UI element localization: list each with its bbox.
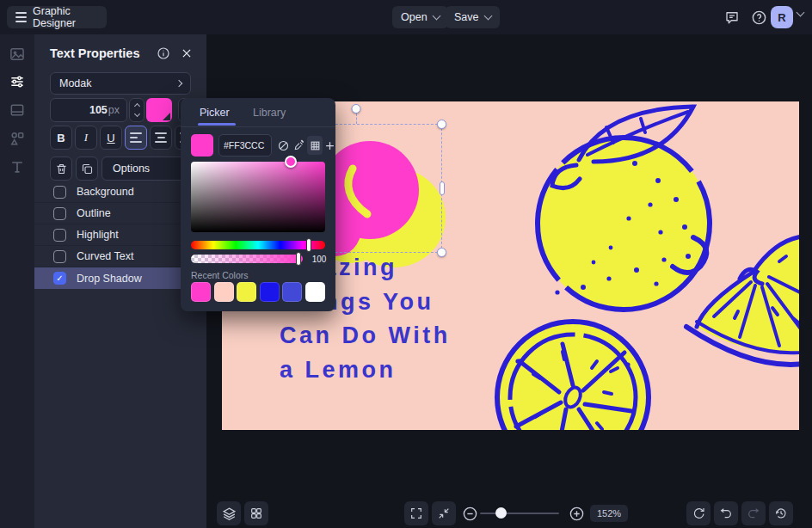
zoom-out-button[interactable] (458, 501, 482, 525)
tab-library[interactable]: Library (253, 107, 286, 119)
pages-grid-button[interactable] (244, 501, 268, 525)
align-center-icon (155, 132, 167, 143)
plus-icon (323, 139, 336, 152)
palette-grid-icon (310, 140, 321, 151)
sidebar-item-media[interactable] (8, 45, 27, 64)
grid-icon (249, 507, 263, 520)
sidebar-item-adjustments[interactable] (8, 72, 27, 91)
zoom-out-icon (462, 506, 478, 522)
eyedropper-button[interactable] (292, 136, 307, 155)
info-button[interactable] (156, 46, 171, 61)
font-size-input[interactable]: 105px (50, 98, 127, 122)
open-button[interactable]: Open (392, 6, 448, 28)
fit-view-button[interactable] (432, 501, 456, 525)
refresh-button[interactable] (686, 501, 710, 525)
undo-icon (719, 507, 733, 520)
history-button[interactable] (769, 501, 793, 525)
add-color-button[interactable] (322, 136, 337, 155)
frames-icon (9, 101, 26, 119)
help-icon (751, 9, 767, 26)
comment-button[interactable] (723, 8, 741, 27)
underline-button[interactable]: U (100, 126, 122, 150)
hue-handle[interactable] (306, 238, 311, 252)
recent-color-swatch[interactable] (282, 282, 302, 302)
undo-button[interactable] (714, 501, 738, 525)
duplicate-icon (81, 163, 94, 175)
help-button[interactable] (749, 8, 768, 27)
redo-button[interactable] (741, 501, 766, 525)
rotate-stem (356, 114, 357, 124)
text-color-button[interactable] (146, 98, 172, 122)
no-color-button[interactable] (275, 136, 291, 155)
saturation-handle[interactable] (285, 156, 297, 168)
main-menu-button[interactable]: Graphic Designer (7, 6, 107, 28)
current-color-swatch[interactable] (191, 134, 213, 157)
zoom-slider-thumb[interactable] (495, 507, 507, 519)
checkbox-icon (53, 229, 66, 242)
zoom-slider[interactable] (480, 513, 559, 514)
recent-color-swatch[interactable] (191, 282, 211, 302)
color-picker-popup: Picker Library (181, 98, 335, 311)
close-icon (181, 47, 193, 59)
checkbox-checked-icon: ✓ (53, 272, 66, 285)
saturation-area[interactable] (191, 162, 325, 232)
rotate-handle[interactable] (352, 104, 361, 114)
align-left-button[interactable] (125, 126, 147, 150)
active-tab-underline (198, 123, 236, 126)
recent-color-swatch[interactable] (214, 282, 234, 302)
delete-button[interactable] (50, 157, 72, 181)
zoom-in-button[interactable] (564, 501, 588, 525)
tab-picker[interactable]: Picker (200, 107, 230, 119)
resize-handle-top-right[interactable] (437, 120, 446, 129)
expand-icon (409, 507, 423, 520)
close-panel-button[interactable] (179, 46, 194, 61)
font-family-select[interactable]: Modak (50, 72, 191, 95)
sidebar-item-frames[interactable] (8, 101, 27, 120)
italic-button[interactable]: I (75, 126, 97, 150)
zoom-level[interactable]: 152% (590, 505, 628, 522)
palette-grid-button[interactable] (307, 136, 323, 155)
bold-button[interactable]: B (50, 126, 72, 150)
chevron-right-icon (175, 80, 182, 87)
comment-icon (724, 9, 740, 25)
collapse-icon (437, 507, 451, 520)
align-center-button[interactable] (150, 126, 172, 150)
recent-color-swatch[interactable] (305, 282, 325, 302)
corner-fold (163, 113, 170, 120)
opacity-handle[interactable] (296, 252, 301, 266)
layers-button[interactable] (217, 501, 241, 525)
top-bar: Graphic Designer Open Save R (0, 0, 812, 34)
sidebar-item-text[interactable] (8, 157, 27, 176)
trash-icon (55, 163, 68, 175)
stepper-down-icon (133, 111, 139, 117)
shapes-icon (9, 130, 26, 147)
left-toolbar (0, 34, 34, 528)
font-name: Modak (59, 77, 92, 89)
save-button[interactable]: Save (446, 6, 500, 28)
align-left-icon (130, 132, 142, 143)
layers-icon (222, 507, 237, 521)
sidebar-item-shapes[interactable] (8, 129, 27, 148)
checkbox-icon (53, 186, 66, 199)
checkbox-icon (53, 250, 66, 263)
opacity-slider[interactable] (191, 255, 303, 263)
chevron-down-icon (483, 12, 492, 21)
opacity-value: 100 (308, 253, 330, 265)
hue-slider[interactable] (191, 241, 325, 249)
duplicate-button[interactable] (76, 157, 98, 181)
recent-color-swatch[interactable] (237, 282, 256, 302)
account-chevron-down-icon[interactable] (797, 9, 805, 17)
avatar[interactable]: R (771, 6, 793, 28)
hex-input[interactable] (218, 134, 272, 157)
bottom-toolbar: 152% (206, 499, 812, 528)
app-window: Graphic Designer Open Save R (0, 0, 812, 528)
resize-handle-bottom-right[interactable] (437, 248, 446, 257)
divider (181, 126, 335, 127)
fullscreen-button[interactable] (404, 501, 428, 525)
no-color-icon (277, 139, 290, 152)
panel-title: Text Properties (50, 46, 140, 60)
recent-color-swatch[interactable] (260, 282, 280, 302)
resize-handle-right[interactable] (440, 181, 445, 195)
stepper-up-icon (133, 103, 139, 109)
font-size-stepper[interactable] (129, 98, 145, 122)
